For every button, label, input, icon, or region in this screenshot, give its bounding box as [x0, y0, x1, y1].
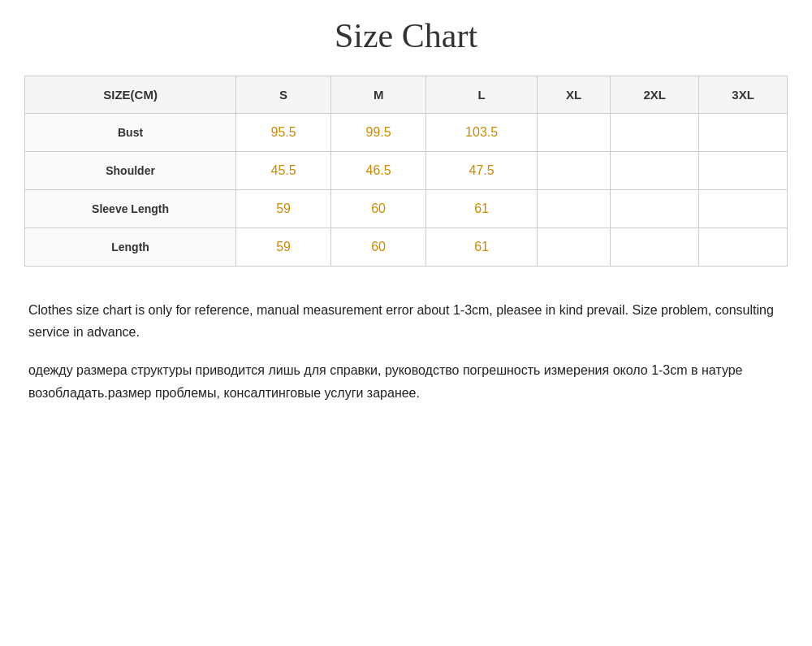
shoulder-l: 47.5: [426, 152, 538, 190]
shoulder-xxxl: [699, 152, 788, 190]
shoulder-xxl: [611, 152, 699, 190]
header-xl: XL: [538, 76, 611, 114]
row-label-shoulder: Shoulder: [25, 152, 236, 190]
sleeve-s: 59: [236, 190, 331, 228]
bust-m: 99.5: [331, 114, 426, 152]
row-label-bust: Bust: [25, 114, 236, 152]
header-3xl: 3XL: [699, 76, 788, 114]
disclaimer-russian: одежду размера структуры приводится лишь…: [28, 359, 784, 403]
shoulder-m: 46.5: [331, 152, 426, 190]
page-title: Size Chart: [24, 16, 788, 55]
header-s: S: [236, 76, 331, 114]
disclaimer-section: Clothes size chart is only for reference…: [24, 299, 788, 404]
bust-xxxl: [699, 114, 788, 152]
bust-xl: [538, 114, 611, 152]
table-row: Sleeve Length 59 60 61: [25, 190, 788, 228]
bust-l: 103.5: [426, 114, 538, 152]
sleeve-l: 61: [426, 190, 538, 228]
length-l: 61: [426, 228, 538, 267]
table-header-row: SIZE(CM) S M L XL 2XL 3XL: [25, 76, 788, 114]
size-chart-table: SIZE(CM) S M L XL 2XL 3XL Bust 95.5 99.5…: [24, 76, 788, 267]
bust-xxl: [611, 114, 699, 152]
length-m: 60: [331, 228, 426, 267]
table-row: Length 59 60 61: [25, 228, 788, 267]
length-xl: [538, 228, 611, 267]
bust-s: 95.5: [236, 114, 331, 152]
sleeve-xxl: [611, 190, 699, 228]
shoulder-xl: [538, 152, 611, 190]
length-xxl: [611, 228, 699, 267]
header-2xl: 2XL: [611, 76, 699, 114]
header-size: SIZE(CM): [25, 76, 236, 114]
sleeve-xl: [538, 190, 611, 228]
sleeve-xxxl: [699, 190, 788, 228]
table-row: Bust 95.5 99.5 103.5: [25, 114, 788, 152]
header-m: M: [331, 76, 426, 114]
row-label-length: Length: [25, 228, 236, 267]
length-xxxl: [699, 228, 788, 267]
table-row: Shoulder 45.5 46.5 47.5: [25, 152, 788, 190]
row-label-sleeve: Sleeve Length: [25, 190, 236, 228]
sleeve-m: 60: [331, 190, 426, 228]
length-s: 59: [236, 228, 331, 267]
shoulder-s: 45.5: [236, 152, 331, 190]
header-l: L: [426, 76, 538, 114]
disclaimer-english: Clothes size chart is only for reference…: [28, 299, 784, 343]
